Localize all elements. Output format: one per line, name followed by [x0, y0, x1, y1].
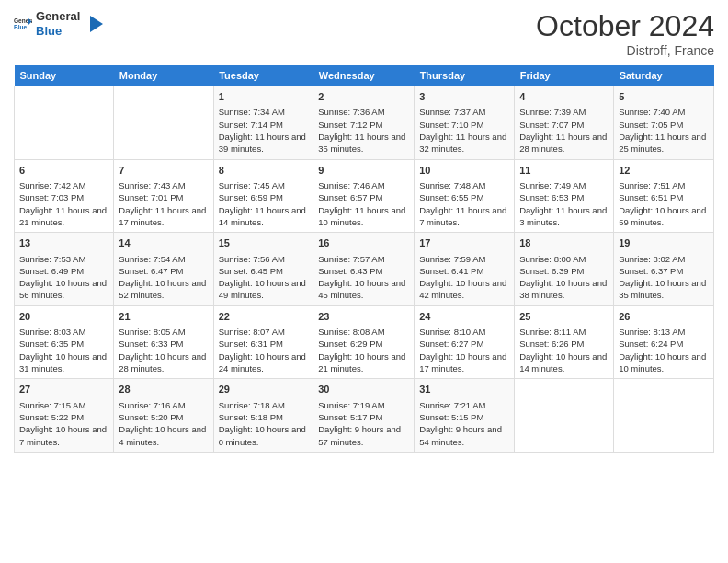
day-number: 22	[219, 310, 309, 324]
day-cell: 10Sunrise: 7:48 AMSunset: 6:55 PMDayligh…	[415, 159, 515, 233]
day-info: Sunset: 6:43 PM	[318, 265, 409, 277]
day-info: Sunrise: 8:07 AM	[219, 326, 309, 338]
day-number: 1	[219, 90, 309, 104]
day-cell: 28Sunrise: 7:16 AMSunset: 5:20 PMDayligh…	[114, 379, 213, 453]
col-thursday: Thursday	[415, 65, 515, 86]
day-info: Sunrise: 7:40 AM	[619, 106, 709, 118]
day-info: Daylight: 10 hours and 42 minutes.	[419, 277, 509, 302]
day-info: Daylight: 10 hours and 7 minutes.	[19, 423, 108, 448]
day-info: Sunset: 6:45 PM	[219, 265, 309, 277]
day-cell: 5Sunrise: 7:40 AMSunset: 7:05 PMDaylight…	[614, 86, 714, 160]
day-info: Sunrise: 7:43 AM	[119, 179, 208, 191]
day-info: Daylight: 11 hours and 35 minutes.	[318, 131, 409, 155]
day-info: Sunrise: 7:42 AM	[19, 179, 108, 191]
day-cell: 4Sunrise: 7:39 AMSunset: 7:07 PMDaylight…	[515, 86, 614, 160]
day-cell: 6Sunrise: 7:42 AMSunset: 7:03 PMDaylight…	[15, 159, 114, 233]
day-info: Daylight: 11 hours and 25 minutes.	[619, 131, 709, 155]
day-cell: 22Sunrise: 8:07 AMSunset: 6:31 PMDayligh…	[213, 305, 313, 379]
day-number: 15	[219, 236, 309, 250]
day-cell: 29Sunrise: 7:18 AMSunset: 5:18 PMDayligh…	[213, 379, 313, 453]
day-info: Sunrise: 7:46 AM	[318, 179, 409, 191]
day-info: Sunrise: 7:57 AM	[318, 253, 409, 265]
day-info: Sunset: 6:49 PM	[19, 265, 108, 277]
day-info: Sunrise: 7:51 AM	[619, 179, 709, 191]
day-info: Sunset: 6:33 PM	[119, 338, 208, 350]
week-row-3: 13Sunrise: 7:53 AMSunset: 6:49 PMDayligh…	[15, 233, 714, 306]
day-cell: 20Sunrise: 8:03 AMSunset: 6:35 PMDayligh…	[15, 305, 114, 379]
day-cell: 18Sunrise: 8:00 AMSunset: 6:39 PMDayligh…	[515, 233, 614, 306]
day-info: Daylight: 10 hours and 56 minutes.	[19, 277, 108, 302]
day-info: Sunrise: 7:19 AM	[318, 399, 409, 411]
day-number: 2	[318, 90, 409, 104]
day-cell: 25Sunrise: 8:11 AMSunset: 6:26 PMDayligh…	[515, 305, 614, 379]
week-row-4: 20Sunrise: 8:03 AMSunset: 6:35 PMDayligh…	[15, 305, 714, 379]
day-number: 26	[619, 310, 709, 324]
day-info: Sunrise: 8:10 AM	[419, 326, 509, 338]
day-cell: 26Sunrise: 8:13 AMSunset: 6:24 PMDayligh…	[614, 305, 714, 379]
day-info: Sunset: 6:51 PM	[619, 191, 709, 203]
day-info: Sunrise: 7:15 AM	[19, 399, 108, 411]
day-info: Sunrise: 7:53 AM	[19, 253, 108, 265]
day-info: Sunset: 6:47 PM	[119, 265, 208, 277]
day-number: 16	[318, 236, 409, 250]
day-info: Sunset: 6:55 PM	[419, 191, 509, 203]
day-info: Sunset: 5:15 PM	[419, 411, 509, 423]
day-cell: 15Sunrise: 7:56 AMSunset: 6:45 PMDayligh…	[213, 233, 313, 306]
day-info: Sunset: 6:53 PM	[519, 191, 609, 203]
day-info: Sunset: 7:05 PM	[619, 119, 709, 131]
day-cell: 12Sunrise: 7:51 AMSunset: 6:51 PMDayligh…	[614, 159, 714, 233]
title-block: October 2024 Distroff, France	[536, 9, 714, 58]
day-info: Daylight: 9 hours and 54 minutes.	[419, 423, 509, 448]
day-info: Daylight: 11 hours and 7 minutes.	[419, 204, 509, 229]
day-cell: 1Sunrise: 7:34 AMSunset: 7:14 PMDaylight…	[213, 86, 313, 160]
col-tuesday: Tuesday	[213, 65, 313, 86]
day-info: Daylight: 10 hours and 45 minutes.	[318, 277, 409, 302]
day-info: Daylight: 10 hours and 52 minutes.	[119, 277, 208, 302]
col-monday: Monday	[114, 65, 213, 86]
day-cell: 31Sunrise: 7:21 AMSunset: 5:15 PMDayligh…	[415, 379, 515, 453]
day-info: Sunrise: 7:36 AM	[318, 106, 409, 118]
day-info: Sunset: 6:35 PM	[19, 338, 108, 350]
header: General Blue General Blue October 2024 D…	[14, 9, 714, 58]
day-number: 9	[318, 164, 409, 178]
month-title: October 2024	[536, 9, 714, 43]
day-info: Daylight: 10 hours and 0 minutes.	[219, 423, 309, 448]
day-number: 29	[219, 383, 309, 396]
day-info: Sunset: 7:12 PM	[318, 119, 409, 131]
header-row: Sunday Monday Tuesday Wednesday Thursday…	[15, 65, 714, 86]
day-info: Sunrise: 8:05 AM	[119, 326, 208, 338]
day-info: Daylight: 10 hours and 59 minutes.	[619, 204, 709, 229]
day-info: Sunset: 6:27 PM	[419, 338, 509, 350]
day-info: Daylight: 11 hours and 32 minutes.	[419, 131, 509, 155]
logo: General Blue General Blue	[14, 9, 103, 38]
day-info: Sunrise: 7:39 AM	[519, 106, 609, 118]
day-info: Daylight: 11 hours and 17 minutes.	[119, 204, 208, 229]
day-info: Sunrise: 7:48 AM	[419, 179, 509, 191]
day-info: Daylight: 10 hours and 31 minutes.	[19, 350, 108, 375]
day-number: 30	[318, 383, 409, 396]
logo-icon	[83, 14, 103, 34]
day-cell: 21Sunrise: 8:05 AMSunset: 6:33 PMDayligh…	[114, 305, 213, 379]
day-info: Sunset: 5:22 PM	[19, 411, 108, 423]
day-info: Daylight: 11 hours and 39 minutes.	[219, 131, 309, 155]
day-info: Sunrise: 7:45 AM	[219, 179, 309, 191]
day-number: 28	[119, 383, 208, 396]
day-cell: 23Sunrise: 8:08 AMSunset: 6:29 PMDayligh…	[313, 305, 415, 379]
day-info: Daylight: 11 hours and 28 minutes.	[519, 131, 609, 155]
week-row-1: 1Sunrise: 7:34 AMSunset: 7:14 PMDaylight…	[15, 86, 714, 160]
day-number: 19	[619, 236, 709, 250]
day-cell: 27Sunrise: 7:15 AMSunset: 5:22 PMDayligh…	[15, 379, 114, 453]
day-cell: 17Sunrise: 7:59 AMSunset: 6:41 PMDayligh…	[415, 233, 515, 306]
day-info: Sunset: 7:07 PM	[519, 119, 609, 131]
day-number: 12	[619, 164, 709, 178]
day-info: Sunrise: 8:03 AM	[19, 326, 108, 338]
day-cell: 7Sunrise: 7:43 AMSunset: 7:01 PMDaylight…	[114, 159, 213, 233]
day-info: Sunset: 6:24 PM	[619, 338, 709, 350]
day-cell	[614, 379, 714, 453]
day-number: 8	[219, 164, 309, 178]
day-info: Sunrise: 8:02 AM	[619, 253, 709, 265]
svg-marker-3	[90, 16, 103, 32]
day-number: 17	[419, 236, 509, 250]
day-number: 4	[519, 90, 609, 104]
day-cell	[15, 86, 114, 160]
